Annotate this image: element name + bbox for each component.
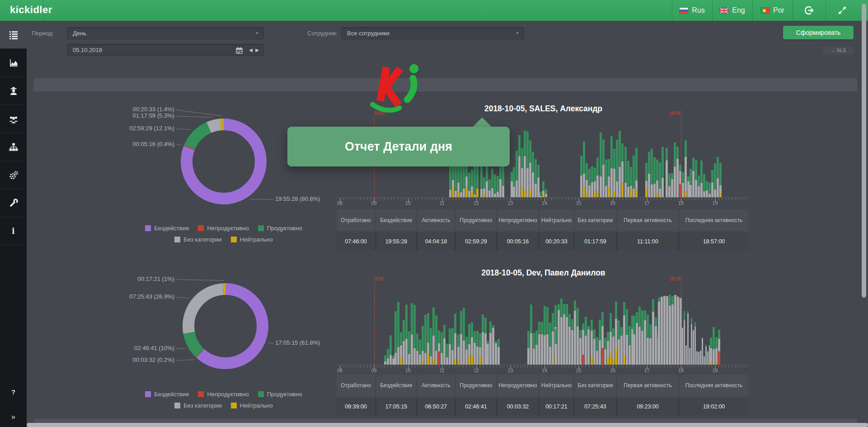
legend-item: Без категории [174,236,221,243]
axis-tick-label: 08 [337,368,343,373]
axis-tick-label: 19 [712,368,718,373]
axis-tick-label: 08 [337,200,343,206]
donut-slice-label: 00:05:16 (0.4%) [132,141,174,147]
legend-swatch [174,403,180,408]
legend-swatch [198,225,204,231]
axis-tick-label: 10 [405,200,411,206]
donut-slice-label: 02:46:41 (10%) [134,345,174,351]
chart-legend-row: Без категорииНейтрально [129,236,319,243]
table-value-cell: 00:20:33 [540,232,573,251]
lang-rus[interactable]: Rus [672,0,712,21]
axis-tick-label: 09 [371,200,376,206]
axis-tick-label: 13 [507,368,513,373]
legend-item: Нейтрально [231,402,273,409]
lang-por-label: Por [773,6,784,14]
legend-swatch [258,391,264,397]
table-value-cell: 02:46:41 [456,398,496,416]
flag-uk-icon [720,8,728,14]
legend-item: Продуктивно [258,391,302,398]
reports-area: 19:55:28 (80.8%)00:05:16 (0.4%)02:59:29 … [0,0,868,427]
table-header-cell: Нейтрально [540,375,573,396]
flag-russia-icon [680,8,688,14]
axis-tick-label: 15 [576,200,581,206]
table-value-cell: 06:50:27 [418,398,455,416]
axis-tick-label: 10 [405,368,411,373]
sidebar-item-charts[interactable] [0,49,27,77]
axis-tick-label: 17 [644,368,649,373]
table-value-cell: 07:25:43 [575,398,616,416]
donut-chart[interactable] [174,112,273,211]
info-icon: i [12,226,15,236]
report-tooltip: Отчет Детали дня [287,127,510,166]
table-value-cell: 09:23:00 [617,398,678,416]
chart-icon [9,58,19,68]
table-header-cell: Первая активность [617,209,678,231]
table-header-cell: Бездействие [376,209,416,231]
sidebar-item-about[interactable]: i [0,217,27,245]
table-value-cell: 18:57:00 [680,232,748,251]
report-list-icon [9,30,19,40]
flag-portugal-icon [761,8,769,14]
donut-slice-label: 01:17:59 (5.3%) [132,112,174,119]
legend-item: Нейтрально [231,236,273,243]
chart-legend-row: Без категорииНейтрально [129,402,319,409]
lang-rus-label: Rus [692,6,704,14]
topbar-divider [43,0,44,21]
axis-tick-label: 18 [678,368,684,373]
table-header-cell: Нейтрально [540,209,573,231]
donut-slice-label: 17:05:15 (61.8%) [275,339,320,346]
table-header-cell: Непродуктивно [497,209,538,231]
lang-eng-label: Eng [732,6,745,14]
collapse-sidebar-button[interactable]: » [0,413,27,421]
structure-icon [9,142,19,152]
brand-logo: kickidler [10,4,52,16]
donut-chart[interactable] [176,276,275,376]
work-hour-line [681,117,681,197]
table-value-cell: 00:05:16 [497,232,538,251]
table-header-cell: Без категории [575,375,616,396]
chart-legend-row: БездействиеНепродуктивноПродуктивно [129,225,319,232]
summary-table-header: ОтработаноБездействиеАктивностьПродуктив… [337,375,748,396]
axis-tick-label: 14 [542,200,547,206]
axis-tick-label: 16 [610,200,615,206]
sidebar-item-automation[interactable] [0,161,27,189]
chart-legend-row: БездействиеНепродуктивноПродуктивно [129,391,319,398]
legend-swatch [174,237,180,242]
sidebar-item-reports[interactable] [0,21,27,49]
legend-item: Без категории [174,402,221,409]
tooltip-text: Отчет Детали дня [345,140,452,154]
table-header-cell: Первая активность [617,375,678,396]
topbar: kickidler Rus Eng Por [0,0,868,21]
sidebar: i ? » [0,21,27,427]
sidebar-item-agents[interactable] [0,77,27,105]
sidebar-item-employees[interactable] [0,105,27,133]
lang-por[interactable]: Por [752,0,793,21]
horizontal-scrollbar[interactable] [27,423,868,427]
table-value-cell: 17:05:15 [376,398,416,416]
logout-button[interactable] [793,0,826,21]
fullscreen-button[interactable] [826,0,859,21]
help-button[interactable]: ? [0,388,27,396]
table-value-cell: 01:17:59 [575,232,616,251]
table-header-cell: Продуктивно [456,375,496,396]
legend-swatch [145,225,151,231]
sidebar-item-structure[interactable] [0,133,27,161]
lang-eng[interactable]: Eng [712,0,752,21]
table-header-cell: Последняя активность [680,375,748,396]
summary-table-row: 07:46:0019:55:2804:04:1802:59:2900:05:16… [337,232,748,251]
logout-icon [804,5,814,15]
donut-slice-label: 19:55:28 (80.8%) [275,195,320,202]
legend-item: Бездействие [145,225,189,232]
table-header-cell: Последняя активность [680,209,748,231]
table-value-cell: 09:39:00 [337,398,375,416]
work-hour-line [374,283,375,365]
axis-tick-label: 12 [474,368,479,373]
vertical-scrollbar[interactable] [862,4,866,298]
table-header-cell: Отработано [337,375,375,396]
table-header-cell: Отработано [337,209,375,231]
sidebar-item-tools[interactable] [0,189,27,217]
table-value-cell: 00:17:21 [540,398,573,416]
legend-swatch [145,391,151,397]
legend-item: Продуктивно [258,225,302,232]
axis-tick-label: 15 [576,368,581,373]
